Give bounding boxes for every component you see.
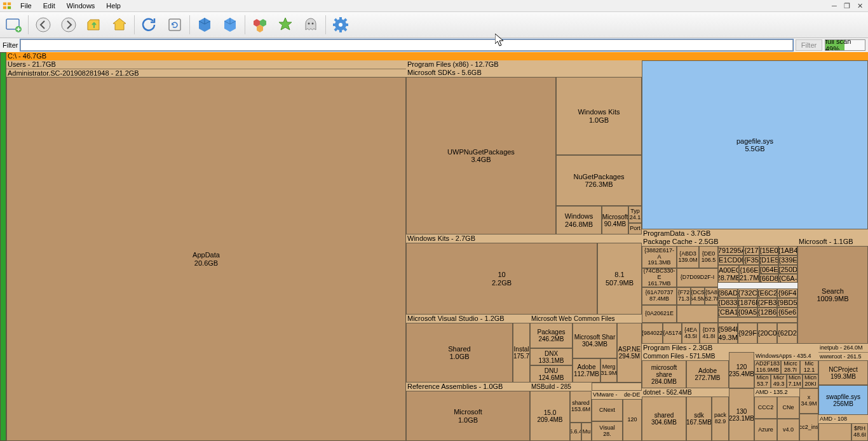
users-block[interactable]: Users - 21.7GB Administrator.SC-20190828… bbox=[6, 60, 406, 441]
pc-g29[interactable]: {20C0 bbox=[757, 323, 777, 344]
menu-windows[interactable]: Windows bbox=[62, 1, 100, 11]
pc-g16[interactable]: {732C bbox=[738, 288, 757, 298]
msbuild-56[interactable]: 5.6.4 bbox=[570, 423, 581, 441]
wa-micn4[interactable]: Micn20KI bbox=[803, 374, 818, 388]
pc-g24[interactable]: {09A5 bbox=[738, 308, 757, 317]
menu-edit[interactable]: Edit bbox=[38, 1, 60, 11]
up-button[interactable] bbox=[83, 14, 105, 36]
amd-ccc2[interactable]: CCC2 bbox=[754, 397, 777, 419]
pc-g27[interactable]: {5984I49.3M bbox=[718, 323, 738, 344]
dn-sdk[interactable]: sdk167.5MB bbox=[686, 397, 712, 441]
pc-g26[interactable]: {65e6 bbox=[777, 308, 797, 317]
pc-g12[interactable]: {250D bbox=[778, 265, 797, 274]
pc-g13[interactable]: {66D8 bbox=[759, 274, 778, 283]
inetpub-block[interactable]: inetpub - 264.0M wwwroot - 261.5 NCProje… bbox=[818, 344, 868, 385]
msweb-dnx[interactable]: DNX133.1MB bbox=[530, 348, 573, 365]
pc-g31[interactable] bbox=[718, 317, 797, 323]
wa-mic[interactable]: Mic12.1 bbox=[800, 360, 818, 374]
pf-120[interactable]: 120235.4MB bbox=[729, 352, 754, 388]
wa-ad2[interactable]: AD2F183116.9MB bbox=[754, 360, 781, 374]
refresh-button[interactable] bbox=[139, 14, 160, 36]
pc-g23[interactable]: {CBA1 bbox=[718, 308, 738, 317]
winkits-cell[interactable]: Windows Kits1.0GB bbox=[556, 77, 642, 155]
pc-g10[interactable]: {166E21.7M bbox=[739, 265, 759, 283]
pf-winapps-block[interactable]: WindowsApps - 435.4 AD2F183116.9MB Micrc… bbox=[754, 352, 818, 388]
msvs-instal-cell[interactable]: Instal175.7 bbox=[513, 323, 530, 383]
pc-3[interactable]: {61A7073787.4MB bbox=[642, 287, 677, 305]
pf-common-adobe[interactable]: Adobe272.7MB bbox=[686, 360, 729, 388]
pc-g3[interactable]: {15E0 bbox=[759, 246, 778, 255]
pc-de0[interactable]: {DE0106.5 bbox=[699, 246, 718, 268]
nuget-cell[interactable]: NuGetPackages726.3MB bbox=[556, 155, 642, 206]
pc-g20[interactable]: {1876I bbox=[738, 298, 757, 308]
pf-amd135-block[interactable]: AMD - 135.2 CCC2 CNe Azure v4.0 bbox=[754, 388, 799, 441]
reload-button[interactable] bbox=[164, 14, 186, 36]
amd-cne[interactable]: CNe bbox=[777, 397, 799, 419]
amd-ccc2i[interactable]: ccc2_instl bbox=[799, 414, 818, 441]
filter-button[interactable]: Filter bbox=[796, 39, 822, 51]
pc-g11[interactable]: {064E bbox=[759, 265, 778, 274]
amd-x[interactable]: x34.9M bbox=[799, 388, 818, 414]
ten-cell[interactable]: 102.2GB bbox=[406, 243, 597, 315]
pc-g8[interactable]: {339E bbox=[778, 255, 797, 265]
pc-dc5[interactable]: {DC554.5M bbox=[691, 287, 705, 305]
pc-g1[interactable]: {791295A bbox=[718, 246, 743, 255]
refasm-block[interactable]: Reference Assemblies - 1.0GB Microsoft1.… bbox=[406, 383, 530, 441]
star-button[interactable] bbox=[275, 14, 296, 36]
wa-micr2[interactable]: Micr49.3 bbox=[771, 374, 787, 388]
msweb-dnu[interactable]: DNU124.6MB bbox=[530, 365, 573, 383]
msbuild-mu[interactable]: Mu bbox=[581, 423, 592, 441]
dn-shared[interactable]: shared304.6MB bbox=[642, 397, 686, 441]
amd108-rh[interactable]: $RH48.6I bbox=[851, 423, 868, 441]
pc-g30[interactable]: {62D2 bbox=[777, 323, 797, 344]
pc-g25[interactable]: {12B6 bbox=[757, 308, 777, 317]
msweb-block[interactable]: Microsoft Web T Packages246.2MB DNX133.1… bbox=[530, 315, 573, 383]
cube-blue-button[interactable] bbox=[194, 14, 215, 36]
amd-v4[interactable]: v4.0 bbox=[777, 419, 799, 441]
appdata-cell[interactable]: AppData20.6GB bbox=[6, 77, 406, 441]
pc-g15[interactable]: {86AD bbox=[718, 288, 738, 298]
common-merg[interactable]: Merg31.9M bbox=[600, 358, 617, 383]
pc-g19[interactable]: {D833 bbox=[718, 298, 738, 308]
forward-button[interactable] bbox=[58, 14, 79, 36]
pc-g21[interactable]: {2FB3 bbox=[757, 298, 777, 308]
wa-micn3[interactable]: Micn7.1M bbox=[787, 374, 803, 388]
pf-block[interactable]: Program Files - 2.3GB Common Files - 571… bbox=[642, 344, 818, 441]
pc-g22[interactable]: {9BD5 bbox=[777, 298, 797, 308]
pd-search[interactable]: Search1009.9MB bbox=[797, 246, 868, 344]
pc-ea4[interactable]: {4EA43.5I bbox=[682, 323, 700, 344]
pc-d73[interactable]: {D7341.8I bbox=[700, 323, 718, 344]
common-adobe[interactable]: Adobe112.7MB bbox=[573, 358, 600, 383]
vmware-block[interactable]: VMware - CNext Visual28. bbox=[592, 391, 623, 441]
pf-130[interactable]: 130223.1MB bbox=[729, 388, 754, 441]
pf-common-block[interactable]: Common Files - 571.5MB microsoft share28… bbox=[642, 352, 729, 388]
eight-cell[interactable]: 8.1507.9MB bbox=[597, 243, 642, 315]
pc-gap[interactable] bbox=[677, 305, 718, 323]
ncproject-cell[interactable]: NCProject199.3MB bbox=[818, 360, 868, 385]
back-button[interactable] bbox=[32, 14, 54, 36]
msvs-block[interactable]: Microsoft Visual Studio - 1.2GB Shared1.… bbox=[406, 315, 530, 383]
amd-azure[interactable]: Azure bbox=[754, 419, 777, 441]
wa-micrc[interactable]: Micrc28.7I bbox=[781, 360, 800, 374]
new-tab-button[interactable] bbox=[3, 14, 24, 36]
pc-g17[interactable]: {E6C2 bbox=[757, 288, 777, 298]
ghost-button[interactable] bbox=[300, 14, 322, 36]
pc-5a[interactable]: {984022 bbox=[642, 323, 663, 344]
uwp-cell[interactable]: UWPNuGetPackages3.4GB bbox=[406, 77, 556, 234]
msvs-shared-cell[interactable]: Shared1.0GB bbox=[406, 323, 513, 383]
pc-g2[interactable]: {217 bbox=[743, 246, 759, 255]
vmware-visual[interactable]: Visual28. bbox=[592, 421, 623, 441]
windows-cell[interactable]: Windows246.8MB bbox=[556, 206, 602, 234]
home-button[interactable] bbox=[109, 14, 130, 36]
free-space-bar[interactable] bbox=[0, 52, 6, 441]
common-block[interactable]: Common Files Microsoft Shar304.3MB Adobe… bbox=[573, 315, 617, 383]
pc-5b[interactable]: {A5174 bbox=[663, 323, 682, 344]
pf-common-ms[interactable]: microsoft share284.0MB bbox=[642, 360, 686, 388]
dede-120[interactable]: 120 bbox=[623, 399, 642, 441]
pc-g4[interactable]: {1AB4 bbox=[778, 246, 797, 255]
programdata-block[interactable]: ProgramData - 3.7GB Package Cache - 2.5G… bbox=[642, 229, 868, 344]
typ-cell[interactable]: Typ24.1 bbox=[628, 206, 642, 223]
gear-button[interactable] bbox=[330, 14, 351, 36]
vmware-cnext[interactable]: CNext bbox=[592, 399, 623, 421]
minimize-button[interactable]: ─ bbox=[829, 1, 840, 10]
